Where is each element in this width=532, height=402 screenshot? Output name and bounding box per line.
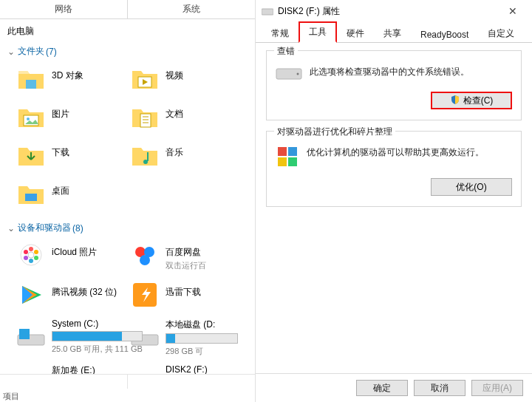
properties-dialog: DISK2 (F:) 属性 ✕ 常规 工具 硬件 共享 ReadyBoost 自… xyxy=(256,0,532,402)
drives-group-label: 设备和驱动器 xyxy=(18,222,71,234)
folder-label: 3D 对象 xyxy=(52,64,83,82)
app-item-icloud[interactable]: iCloud 照片 xyxy=(13,237,127,277)
svg-rect-5 xyxy=(140,114,151,127)
svg-rect-37 xyxy=(288,157,297,166)
folder-icon xyxy=(130,140,160,170)
optimize-button[interactable]: 优化(O) xyxy=(431,178,512,196)
svg-rect-31 xyxy=(262,9,273,15)
dialog-title: DISK2 (F:) 属性 xyxy=(278,5,498,18)
folder-icon xyxy=(16,140,46,170)
group-legend: 对驱动器进行优化和碎片整理 xyxy=(274,126,395,138)
folder-label: 文档 xyxy=(166,102,183,120)
drive-item-e[interactable]: 新加卷 (E:) 6.15 GB 可用, 共 6.18 GB xyxy=(13,361,127,374)
tab-tools[interactable]: 工具 xyxy=(299,21,337,43)
app-label: 百度网盘 xyxy=(166,240,206,259)
folder-icon xyxy=(16,179,46,208)
folders-group-count: (7) xyxy=(46,47,57,57)
folder-item-downloads[interactable]: 下载 xyxy=(13,137,127,176)
app-label: iCloud 照片 xyxy=(52,240,97,259)
app-item-tencent-video[interactable]: 腾讯视频 (32 位) xyxy=(13,277,127,316)
drive-item-d[interactable]: 本地磁盘 (D: 298 GB 可 xyxy=(127,316,241,361)
folders-group-header[interactable]: ⌄ 文件夹 (7) xyxy=(0,42,255,61)
app-label: 腾讯视频 (32 位) xyxy=(52,280,117,299)
folder-icon xyxy=(16,64,46,93)
folder-label: 桌面 xyxy=(52,179,69,197)
tab-hardware[interactable]: 硬件 xyxy=(337,24,374,43)
drive-name: 本地磁盘 (D: xyxy=(166,318,238,333)
svg-point-15 xyxy=(34,256,38,260)
folder-item-videos[interactable]: 视频 xyxy=(127,61,241,99)
drive-item-c[interactable]: System (C:) 25.0 GB 可用, 共 111 GB xyxy=(13,316,127,361)
folder-label: 图片 xyxy=(52,102,69,120)
tab-sharing[interactable]: 共享 xyxy=(374,24,411,43)
folder-label: 视频 xyxy=(166,64,183,82)
explorer-location-title: 此电脑 xyxy=(0,19,255,42)
check-button-label: 检查(C) xyxy=(463,95,494,107)
optimize-group: 对驱动器进行优化和碎片整理 优化计算机的驱动器可以帮助其更高效运行。 优化(O) xyxy=(266,131,522,207)
drive-item-f[interactable]: DISK2 (F:) 29.2 GB 可 xyxy=(127,361,241,374)
svg-rect-0 xyxy=(26,80,36,89)
close-button[interactable]: ✕ xyxy=(498,5,528,17)
explorer-footnote: 项目 xyxy=(0,389,255,402)
folder-item-documents[interactable]: 文档 xyxy=(127,99,241,137)
check-button[interactable]: 检查(C) xyxy=(431,92,512,109)
folder-label: 音乐 xyxy=(166,140,183,159)
svg-point-18 xyxy=(24,250,28,254)
svg-point-12 xyxy=(28,252,34,258)
svg-rect-34 xyxy=(278,147,287,156)
ok-button[interactable]: 确定 xyxy=(356,380,408,396)
error-checking-desc: 此选项将检查驱动器中的文件系统错误。 xyxy=(310,64,469,78)
drive-space-fill xyxy=(166,334,175,343)
svg-point-16 xyxy=(29,259,33,263)
drives-group-header[interactable]: ⌄ 设备和驱动器 (8) xyxy=(0,219,255,237)
drive-space-fill xyxy=(52,332,122,341)
drive-space-bar xyxy=(52,331,143,341)
folder-icon xyxy=(130,102,160,132)
hard-drive-icon xyxy=(276,64,302,84)
explorer-top-tab-network[interactable]: 网络 xyxy=(0,0,128,18)
folder-item-3d-objects[interactable]: 3D 对象 xyxy=(13,61,127,99)
tab-custom[interactable]: 自定义 xyxy=(478,24,524,43)
chevron-down-icon: ⌄ xyxy=(7,47,15,57)
baidu-netdisk-icon xyxy=(130,240,160,270)
drive-name: DISK2 (F:) xyxy=(166,364,238,374)
folder-item-music[interactable]: 音乐 xyxy=(127,137,241,176)
explorer-pane: 网络 系统 此电脑 ⌄ 文件夹 (7) 3D 对象 xyxy=(0,0,256,402)
app-item-baidu[interactable]: 百度网盘双击运行百 xyxy=(127,237,241,277)
xunlei-icon xyxy=(130,280,160,310)
folder-icon xyxy=(130,64,160,93)
folder-label: 下载 xyxy=(52,140,69,159)
folders-group-label: 文件夹 xyxy=(18,45,44,58)
svg-point-17 xyxy=(24,256,28,260)
optimize-icon xyxy=(276,145,299,171)
folder-icon xyxy=(16,102,46,132)
svg-point-21 xyxy=(140,255,150,265)
optimize-button-label: 优化(O) xyxy=(456,181,486,194)
drive-space-text: 298 GB 可 xyxy=(166,346,238,357)
svg-rect-36 xyxy=(278,157,287,166)
svg-point-9 xyxy=(143,160,148,164)
dialog-footer: 确定 取消 应用(A) xyxy=(256,373,532,402)
shield-icon xyxy=(450,95,460,107)
drive-space-bar xyxy=(166,333,238,344)
group-legend: 查错 xyxy=(274,45,298,58)
svg-rect-35 xyxy=(288,147,297,156)
cancel-button[interactable]: 取消 xyxy=(414,380,466,396)
svg-rect-27 xyxy=(19,329,30,339)
app-item-xunlei[interactable]: 迅雷下载 xyxy=(127,277,241,316)
explorer-status-split xyxy=(0,374,255,389)
svg-point-13 xyxy=(29,247,33,251)
folders-grid: 3D 对象 视频 图片 xyxy=(0,61,255,219)
tab-general[interactable]: 常规 xyxy=(262,24,299,43)
tab-readyboost[interactable]: ReadyBoost xyxy=(411,26,478,43)
app-label: 迅雷下载 xyxy=(166,280,201,299)
drives-group-count: (8) xyxy=(72,223,83,234)
folder-item-pictures[interactable]: 图片 xyxy=(13,99,127,137)
svg-point-33 xyxy=(297,73,299,75)
svg-rect-10 xyxy=(25,194,37,201)
icloud-photos-icon xyxy=(16,240,46,270)
folder-item-desktop[interactable]: 桌面 xyxy=(13,176,127,214)
chevron-down-icon: ⌄ xyxy=(7,223,15,234)
apply-button[interactable]: 应用(A) xyxy=(471,380,523,396)
explorer-top-tab-system[interactable]: 系统 xyxy=(128,0,255,18)
